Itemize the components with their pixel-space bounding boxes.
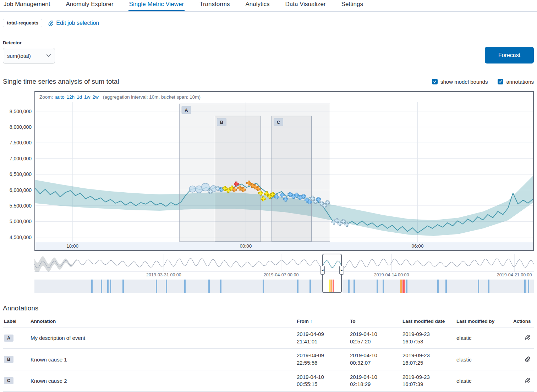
detector-select[interactable]: sum(total)	[3, 48, 55, 64]
edit-annotation-button[interactable]	[525, 356, 530, 363]
tab-job-management[interactable]: Job Management	[3, 0, 51, 11]
swimlane-annotation-mark[interactable]	[297, 280, 298, 293]
swimlane-annotation-mark[interactable]	[309, 280, 311, 293]
edit-job-selection-label: Edit job selection	[56, 20, 99, 26]
paperclip-icon	[525, 356, 530, 363]
zoom-option-1w[interactable]: 1w	[84, 94, 90, 100]
swimlane-annotation-mark[interactable]	[348, 280, 350, 293]
edit-annotation-button[interactable]	[525, 377, 530, 384]
annotation-box-B[interactable]	[215, 116, 261, 242]
annotation-to: 2019-04-1000:32:07	[350, 352, 402, 366]
edit-job-selection-link[interactable]: Edit job selection	[48, 20, 99, 26]
swimlane-annotation-mark[interactable]	[110, 280, 111, 293]
y-axis-label: 7,500,000	[10, 140, 32, 145]
y-axis-label: 6,000,000	[10, 187, 32, 193]
swimlane-annotation-mark[interactable]	[91, 280, 93, 293]
annotation-row-B[interactable]: BKnown cause 12019-04-0922:55:562019-04-…	[3, 349, 534, 370]
tab-data-visualizer[interactable]: Data Visualizer	[285, 0, 327, 11]
tab-single-metric-viewer[interactable]: Single Metric Viewer	[128, 0, 185, 11]
time-range-brush[interactable]: ◀ ▶	[322, 254, 342, 293]
forecast-button[interactable]: Forecast	[485, 47, 534, 64]
swimlane-annotation-mark[interactable]	[184, 280, 186, 293]
svg-text:C: C	[277, 120, 280, 125]
annotation-row-C[interactable]: CKnown cause 22019-04-1000:55:152019-04-…	[3, 370, 534, 392]
svg-text:B: B	[220, 120, 223, 125]
anomaly-marker-multibucket[interactable]	[202, 183, 209, 191]
detector-label: Detector	[3, 40, 55, 45]
x-axis: 18:0000:0006:00	[35, 242, 533, 250]
context-chart-dates: 2019-03-31 00:002019-04-07 00:002019-04-…	[34, 272, 534, 278]
detector-block: Detector sum(total) Forecast	[3, 40, 534, 64]
swimlane-annotation-mark[interactable]	[400, 280, 402, 293]
annotation-label-chip: C	[4, 377, 13, 384]
edit-annotation-button[interactable]	[525, 335, 530, 341]
zoom-bar: Zoom: auto12h1d1w2w (aggregation interva…	[35, 92, 533, 102]
checkbox-checked-icon	[432, 79, 438, 84]
tab-settings[interactable]: Settings	[341, 0, 364, 11]
context-bounds-band	[34, 256, 77, 272]
context-line	[34, 258, 534, 268]
annotation-row-A[interactable]: AMy description of event2019-04-0921:41:…	[3, 327, 534, 349]
swimlane-annotation-mark[interactable]	[107, 280, 109, 293]
annotation-modified-date: 2019-09-2316:07:53	[402, 331, 456, 345]
annotation-label-chip: B	[4, 356, 13, 363]
context-date-label: 2019-04-21 00:00	[497, 272, 532, 277]
anomaly-marker-multibucket[interactable]	[189, 186, 196, 192]
swimlane-annotation-mark[interactable]	[208, 280, 210, 293]
swimlane-annotation-mark[interactable]	[445, 280, 447, 293]
brush-handle-left[interactable]: ◀	[320, 266, 325, 275]
y-axis-label: 6,500,000	[10, 171, 32, 177]
swimlane-annotation-mark[interactable]	[377, 280, 378, 293]
swimlane-annotation-mark[interactable]	[156, 280, 157, 293]
annotation-to: 2019-04-1002:57:20	[350, 331, 402, 345]
swimlane-annotation-mark[interactable]	[488, 280, 489, 293]
zoom-option-2w[interactable]: 2w	[92, 94, 98, 100]
annotation-text: Known cause 2	[31, 378, 297, 384]
swimlane-annotation-mark[interactable]	[122, 280, 124, 293]
annotation-modified-by: elastic	[456, 378, 513, 384]
swimlane-annotation-mark[interactable]	[101, 280, 102, 293]
focus-chart: 8,500,0008,000,0007,500,0007,000,0006,50…	[3, 91, 534, 251]
swimlane-annotation-mark[interactable]	[478, 280, 479, 293]
annotation-label-chip: A	[4, 335, 13, 342]
annotations-checkbox-label: annotations	[506, 79, 534, 85]
annotation-box-C[interactable]	[272, 116, 311, 242]
zoom-option-1d[interactable]: 1d	[77, 94, 82, 100]
annotations-table-header: Label Annotation From ↑ To Last modified…	[3, 317, 534, 327]
swimlane-annotation-mark[interactable]	[220, 280, 221, 293]
zoom-links: auto12h1d1w2w	[55, 94, 100, 100]
header-modified-by: Last modified by	[456, 319, 513, 324]
swimlane-annotation-mark[interactable]	[166, 280, 167, 293]
y-axis-label: 8,500,000	[10, 109, 32, 114]
swimlane-annotation-mark[interactable]	[383, 280, 384, 293]
main-chart-svg: ABC	[35, 102, 533, 242]
swimlane-annotation-mark[interactable]	[402, 280, 405, 293]
zoom-option-12h[interactable]: 12h	[67, 94, 75, 100]
header-from[interactable]: From ↑	[297, 319, 350, 324]
annotation-text: Known cause 1	[31, 357, 297, 363]
y-axis-label: 4,500,000	[10, 234, 32, 240]
show-model-bounds-checkbox[interactable]: show model bounds	[432, 79, 488, 85]
annotation-box-label-A: A	[182, 106, 191, 114]
paperclip-icon	[48, 20, 54, 26]
single-metric-viewer-page: Job ManagementAnomaly ExplorerSingle Met…	[0, 0, 537, 392]
swimlane-annotation-mark[interactable]	[263, 280, 264, 293]
zoom-option-auto[interactable]: auto	[55, 94, 64, 100]
swimlane-annotation-mark[interactable]	[524, 280, 526, 293]
header-to: To	[350, 319, 402, 324]
context-date-label: 2019-04-07 00:00	[264, 272, 299, 277]
x-axis-label: 06:00	[412, 243, 424, 249]
tab-transforms[interactable]: Transforms	[199, 0, 230, 11]
svg-text:A: A	[185, 107, 188, 113]
swimlane-annotation-mark[interactable]	[437, 280, 439, 293]
brush-handle-right[interactable]: ▶	[339, 266, 344, 275]
tab-anomaly-explorer[interactable]: Anomaly Explorer	[65, 0, 114, 11]
swimlane-annotation-mark[interactable]	[354, 280, 355, 293]
swimlane-annotation-mark[interactable]	[406, 280, 407, 293]
tab-analytics[interactable]: Analytics	[245, 0, 270, 11]
annotations-checkbox[interactable]: annotations	[498, 79, 534, 85]
swimlane-annotation-mark[interactable]	[528, 280, 529, 293]
job-badge[interactable]: total-requests	[3, 19, 42, 27]
annotation-box-label-B: B	[217, 118, 226, 126]
aggregation-info: (aggregation interval: 10m, bucket span:…	[103, 94, 201, 100]
